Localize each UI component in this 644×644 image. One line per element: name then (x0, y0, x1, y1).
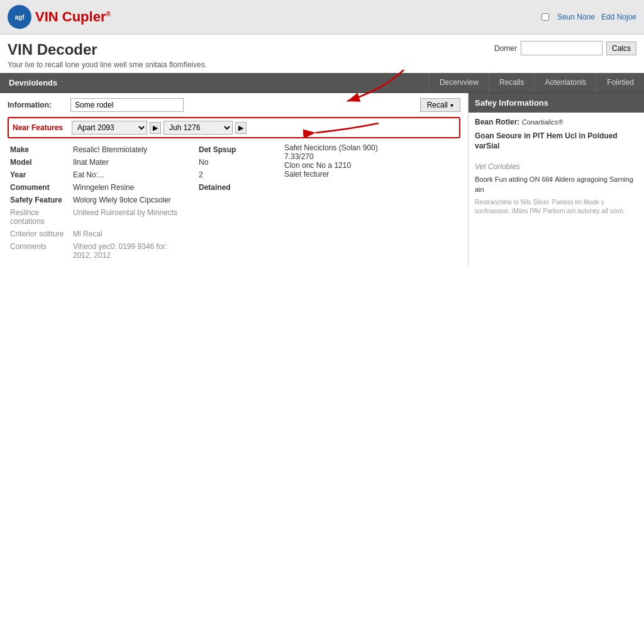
table-row: Comument Winngelen Resine (8, 181, 184, 194)
information-label: Information: (8, 101, 70, 109)
table-row: Make Resalic! Btenmiolately (8, 143, 184, 156)
make-label: Make (8, 143, 70, 156)
main-content: Information: Recall ▾ (0, 93, 644, 267)
domer-input[interactable] (521, 41, 602, 55)
page-title: VIN Decoder (8, 41, 207, 58)
resilnce-value: Unileed Ruiroental by Minnects (70, 206, 184, 228)
col3: Safet Neciclons (Solan 900) 7.33/270 Clo… (284, 143, 460, 262)
edd-nojoe-link[interactable]: Edd Nojoe (601, 13, 636, 21)
no-val: No (196, 156, 272, 169)
bean-roller-row: Bean Rotler: Conartialics® (475, 118, 638, 126)
bean-roller-label: Bean Rotler: (475, 118, 519, 126)
data-table: Make Resalic! Btenmiolately Model Ilnat … (8, 143, 184, 262)
near-features-select2[interactable]: Juh 1276 (164, 121, 233, 135)
logo-text: VIN Cupler® (35, 9, 111, 25)
domer-label: Domer (494, 44, 517, 53)
criterior-value: Ml Recal (70, 228, 184, 240)
table-row: Criterior soltture Ml Recal (8, 228, 184, 240)
comument-label: Comument (8, 181, 70, 194)
seun-none-checkbox[interactable] (541, 13, 549, 21)
table-row: No (196, 156, 272, 169)
comments-label: Comments (8, 240, 70, 262)
comument-value: Winngelen Resine (70, 181, 184, 194)
col2: Det Spsup No 2 Detained (196, 143, 272, 262)
data-columns: Make Resalic! Btenmiolately Model Ilnat … (8, 143, 460, 262)
col3-line2: 7.33/270 (284, 152, 460, 161)
sidebar-section-title: Goan Seoure in PlT Hem Ucl in Poldued va… (475, 131, 638, 151)
sidebar-var-label: Vet Corlobles (475, 162, 638, 171)
domer-area: Domer Calcs (494, 41, 636, 55)
vin-text: VIN (35, 9, 62, 25)
nav-bar: Devnlolends Decervview Recalls Aotenlato… (0, 73, 644, 93)
header: agf VIN Cupler® Seun None Edd Nojoe (0, 0, 644, 35)
model-label: Model (8, 156, 70, 169)
nav-section-title: Devnlolends (0, 73, 429, 92)
near-features-btn2[interactable]: ▶ (235, 122, 247, 134)
near-features-select1[interactable]: Apart 2093 (72, 121, 147, 135)
cupler-text: Cupler (62, 9, 106, 25)
nav-tabs: Decervview Recalls Aotenlatonls Foiirtie… (429, 73, 644, 92)
tab-recalls[interactable]: Recalls (489, 73, 534, 92)
page-subtitle: Your lve to recall lone youd line well s… (8, 60, 207, 69)
sidebar-gray-text: Restranchlne to Nils Sliner. Partess lm … (475, 198, 638, 216)
right-sidebar: Safey Informations Bean Rotler: Conartia… (468, 93, 644, 267)
sidebar-content: Bean Rotler: Conartialics® Goan Seoure i… (469, 113, 644, 221)
page-title-area: VIN Decoder Your lve to recall lone youd… (0, 35, 644, 73)
recall-dropdown-arrow: ▾ (450, 102, 453, 109)
num-2: 2 (196, 169, 272, 181)
near-features-inputs: Apart 2093 ▶ Juh 1276 ▶ (72, 121, 247, 135)
left-panel: Information: Recall ▾ (0, 93, 468, 267)
sidebar-book-text: Boork Fun atding ON 66¢ Aldero agragoing… (475, 175, 638, 194)
detained-val: Detained (196, 181, 272, 194)
table-row: Comments Viheod yec0: 0199 9346 for: 201… (8, 240, 184, 262)
page-title-left: VIN Decoder Your lve to recall lone youd… (8, 41, 207, 69)
resilnce-label: Resilnce contations (8, 206, 70, 228)
arrow-container: Near Features Apart 2093 ▶ Juh 1276 ▶ (8, 117, 460, 138)
col3-line3: Clon onc No a 1210 (284, 161, 460, 170)
information-row: Information: Recall ▾ (8, 98, 460, 112)
tab-foiirtied[interactable]: Foiirtied (596, 73, 644, 92)
table-row: Safety Feature Wolorg Wlely 9olce Cipcso… (8, 194, 184, 206)
det-spsup: Det Spsup (196, 143, 272, 156)
header-links: Seun None Edd Nojoe (541, 13, 636, 21)
bean-roller-value: Conartialics® (522, 118, 564, 126)
col3-line4: Salet fecturer (284, 170, 460, 179)
comments-value: Viheod yec0: 0199 9346 for: 2012, 2012 (70, 240, 184, 262)
col1: Make Resalic! Btenmiolately Model Ilnat … (8, 143, 184, 262)
table-row: Detained (196, 181, 272, 194)
seun-none-link[interactable]: Seun None (557, 13, 595, 21)
criterior-label: Criterior soltture (8, 228, 70, 240)
tab-aotenlatonls[interactable]: Aotenlatonls (534, 73, 596, 92)
near-features-row: Near Features Apart 2093 ▶ Juh 1276 ▶ (8, 117, 460, 138)
table-row: Model Ilnat Mater (8, 156, 184, 169)
table-row: Det Spsup (196, 143, 272, 156)
table-row: 2 (196, 169, 272, 181)
safety-feature-label: Safety Feature (8, 194, 70, 206)
recall-button[interactable]: Recall ▾ (420, 98, 460, 112)
col2-table: Det Spsup No 2 Detained (196, 143, 272, 194)
information-input[interactable] (70, 98, 184, 112)
table-row: Resilnce contations Unileed Ruiroental b… (8, 206, 184, 228)
calcs-button[interactable]: Calcs (606, 42, 636, 55)
logo-circle: agf (8, 5, 31, 29)
table-row: Year Eat No:... (8, 169, 184, 181)
near-features-btn1[interactable]: ▶ (150, 122, 161, 134)
logo-area: agf VIN Cupler® (8, 5, 111, 29)
year-label: Year (8, 169, 70, 181)
near-features-label: Near Features (13, 123, 72, 132)
safety-feature-value: Wolorg Wlely 9olce Cipcsoler (70, 194, 184, 206)
logo-reg: ® (106, 11, 110, 18)
year-value: Eat No:... (70, 169, 184, 181)
make-value: Resalic! Btenmiolately (70, 143, 184, 156)
logo-abbr: agf (15, 14, 25, 21)
sidebar-header: Safey Informations (469, 93, 644, 113)
model-value: Ilnat Mater (70, 156, 184, 169)
col3-line1: Safet Neciclons (Solan 900) (284, 143, 460, 152)
tab-decervview[interactable]: Decervview (429, 73, 489, 92)
